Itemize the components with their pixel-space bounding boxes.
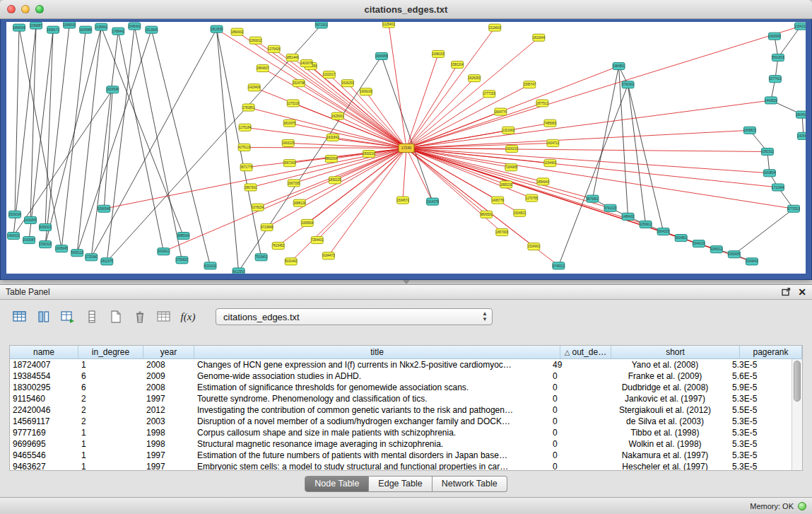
function-builder-icon[interactable]: f(x) xyxy=(177,307,199,327)
column-header-year[interactable]: year xyxy=(143,346,194,358)
table-row[interactable]: 2242004622012Investigating the contribut… xyxy=(10,404,792,416)
graph-node[interactable]: 1604774 xyxy=(495,108,507,115)
graph-edge[interactable] xyxy=(19,28,61,249)
graph-edge[interactable] xyxy=(348,83,406,148)
graph-node[interactable]: 1534571 xyxy=(396,197,409,204)
table-row[interactable]: 1830029562008Estimation of significance … xyxy=(10,382,792,393)
graph-node[interactable]: 1125401 xyxy=(382,22,394,28)
graph-node[interactable]: 2867391 xyxy=(245,184,257,191)
graph-node[interactable]: 1082311 xyxy=(761,148,773,156)
graph-edge[interactable] xyxy=(77,27,101,253)
table-row[interactable]: 946362711997Embryonic stem cells: a mode… xyxy=(10,461,792,470)
graph-node[interactable]: 1513906 xyxy=(146,26,158,33)
column-header-pagerank[interactable]: pagerank xyxy=(740,346,802,358)
graph-node[interactable]: 5591823 xyxy=(772,54,784,61)
graph-edge[interactable] xyxy=(307,148,406,223)
graph-edge[interactable] xyxy=(406,65,457,148)
graph-node[interactable]: 1710344 xyxy=(772,184,784,191)
graph-node[interactable]: 1768442 xyxy=(112,28,125,35)
graph-node[interactable]: 1688129 xyxy=(293,199,306,206)
graph-node[interactable]: 6791901 xyxy=(622,81,635,88)
graph-node[interactable]: 2056887 xyxy=(30,22,43,29)
graph-node[interactable]: 9277413 xyxy=(769,76,782,83)
graph-edge[interactable] xyxy=(107,26,134,262)
graph-node[interactable]: 1756632 xyxy=(176,257,189,264)
graph-node[interactable]: 1059912 xyxy=(640,221,652,228)
graph-node[interactable]: 2119603 xyxy=(489,24,501,31)
column-header-out_de[interactable]: △out_de… xyxy=(560,346,611,358)
graph-node[interactable]: 1812835 xyxy=(211,25,223,33)
graph-node[interactable]: 1906193 xyxy=(360,88,372,95)
graph-node[interactable]: 1996153 xyxy=(433,50,445,57)
graph-node[interactable]: 6791023 xyxy=(604,204,617,211)
graph-edge[interactable] xyxy=(15,28,19,214)
column-header-in_degree[interactable]: in_degree xyxy=(78,346,143,358)
graph-edge[interactable] xyxy=(91,31,118,257)
graph-edge[interactable] xyxy=(628,85,664,232)
graph-node[interactable]: 1400021 xyxy=(7,233,20,240)
graph-node[interactable]: 2016534 xyxy=(107,86,119,93)
tab-edge-table[interactable]: Edge Table xyxy=(369,476,432,492)
graph-edge[interactable] xyxy=(628,85,646,225)
graph-node[interactable]: 1854943 xyxy=(537,178,550,185)
graph-node[interactable]: 1993125 xyxy=(282,139,295,146)
graph-edge[interactable] xyxy=(274,49,406,148)
graph-node[interactable]: 1860432 xyxy=(231,28,244,35)
graph-node[interactable]: 1851449 xyxy=(286,54,299,61)
scrollbar-thumb[interactable] xyxy=(794,361,801,402)
graph-node[interactable]: 5572301 xyxy=(315,22,328,28)
graph-node[interactable]: 1931805 xyxy=(25,216,37,223)
graph-edge[interactable] xyxy=(406,103,542,148)
column-header-title[interactable]: title xyxy=(194,346,560,358)
graph-node[interactable]: 1864307 xyxy=(257,65,269,72)
graph-node[interactable]: 1270755 xyxy=(526,194,539,201)
graph-node[interactable]: 1486432 xyxy=(622,213,635,220)
graph-node[interactable]: 1781851 xyxy=(242,104,255,111)
graph-node[interactable]: 9612553 xyxy=(233,268,245,274)
graph-node[interactable]: 1616210 xyxy=(506,145,519,152)
column-header-short[interactable]: short xyxy=(611,346,740,358)
graph-node[interactable]: 3671775 xyxy=(240,164,253,171)
column-header-name[interactable]: name xyxy=(10,346,78,358)
graph-node[interactable]: 1581204 xyxy=(452,61,464,68)
graph-edge[interactable] xyxy=(151,30,210,266)
graph-node[interactable]: 1964801 xyxy=(613,62,625,69)
graph-node[interactable]: 7515401 xyxy=(255,254,268,261)
graph-edge[interactable] xyxy=(91,29,216,257)
graph-node[interactable]: 2003087 xyxy=(23,237,36,244)
graph-edge[interactable] xyxy=(406,143,553,148)
float-window-icon[interactable] xyxy=(782,288,791,296)
graph-node[interactable]: 1811975 xyxy=(101,258,113,265)
graph-node[interactable]: 1595823 xyxy=(743,127,756,134)
graph-node[interactable]: 2000955 xyxy=(728,251,741,258)
graph-node[interactable]: 7485083 xyxy=(544,119,557,127)
graph-node[interactable]: 2067335 xyxy=(288,180,300,187)
graph-node[interactable]: 1625901 xyxy=(331,112,344,119)
graph-node[interactable]: 2045491 xyxy=(129,23,141,30)
graph-node[interactable]: 6220201 xyxy=(204,262,217,269)
graph-node[interactable]: 1095824 xyxy=(301,219,314,226)
table-options-icon[interactable] xyxy=(9,307,30,327)
graph-node[interactable]: 1693804 xyxy=(763,170,776,177)
graph-node[interactable]: 9745012 xyxy=(553,262,565,269)
graph-node[interactable]: 3067243 xyxy=(283,160,296,167)
tab-network-table[interactable]: Network Table xyxy=(433,476,507,492)
table-row[interactable]: 969969511998Structural magnetic resonanc… xyxy=(10,438,792,450)
graph-node[interactable]: 9723468 xyxy=(261,223,273,230)
graph-edge[interactable] xyxy=(406,100,771,148)
graph-node[interactable]: 2154201 xyxy=(794,23,806,30)
show-columns-icon[interactable] xyxy=(33,307,54,327)
graph-node[interactable]: 1590318 xyxy=(40,241,52,248)
graph-node[interactable]: 1877512 xyxy=(536,100,549,107)
graph-edge[interactable] xyxy=(291,148,406,262)
graph-node[interactable]: 9679901 xyxy=(587,195,599,202)
graph-node[interactable]: 1885034 xyxy=(177,233,190,240)
graph-edge[interactable] xyxy=(45,27,101,245)
window-titlebar[interactable]: citations_edges.txt xyxy=(0,0,812,19)
graph-edge[interactable] xyxy=(778,26,801,57)
graph-node[interactable]: 1830210 xyxy=(363,151,375,158)
graph-edge[interactable] xyxy=(406,37,539,148)
graph-node[interactable]: 1420409 xyxy=(248,84,261,91)
graph-node[interactable]: 1154409 xyxy=(544,160,556,167)
graph-node[interactable]: 1856504 xyxy=(13,24,25,31)
